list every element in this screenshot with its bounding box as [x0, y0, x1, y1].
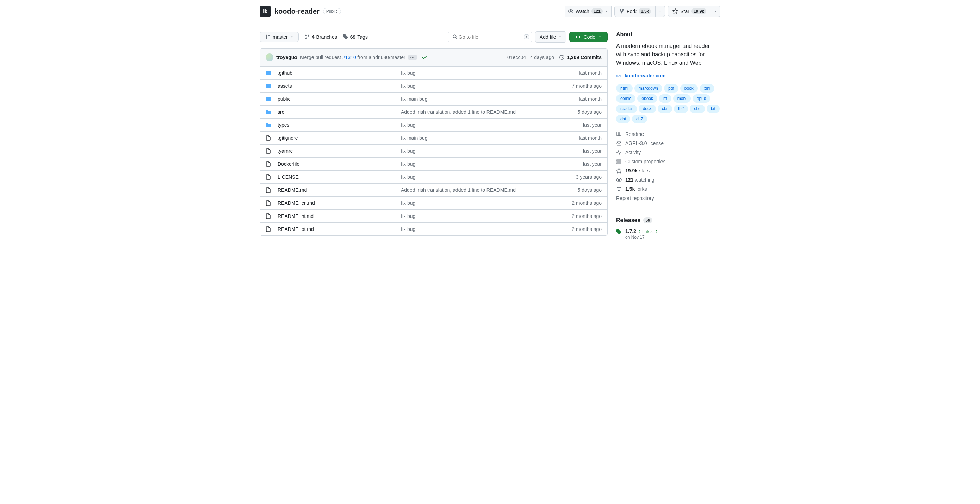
license-link[interactable]: AGPL-3.0 license: [616, 139, 721, 148]
tags-count: 69: [350, 34, 356, 40]
commit-expand-button[interactable]: •••: [408, 55, 417, 60]
repo-actions: Watch 121 Fork 1.5k Star: [565, 6, 721, 17]
file-icon: [266, 174, 273, 180]
activity-link[interactable]: Activity: [616, 148, 721, 157]
fork-label: Fork: [627, 8, 636, 15]
file-commit-msg[interactable]: fix bug: [401, 83, 572, 89]
file-date: 3 years ago: [576, 174, 602, 180]
topic-comic[interactable]: comic: [616, 94, 635, 103]
file-commit-msg[interactable]: fix bug: [401, 161, 583, 167]
topic-ebook[interactable]: ebook: [637, 94, 657, 103]
caret-down-icon: [659, 10, 662, 13]
file-name-link[interactable]: Dockerfile: [278, 161, 299, 167]
file-commit-msg[interactable]: Added Irish translation, added 1 line to…: [401, 187, 578, 193]
file-name-link[interactable]: LICENSE: [278, 174, 299, 180]
latest-release[interactable]: 1.7.2 Latest on Nov 17: [616, 228, 721, 240]
topic-html[interactable]: html: [616, 84, 633, 93]
star-icon: [616, 168, 622, 174]
avatar[interactable]: [266, 54, 274, 61]
forks-label: forks: [636, 186, 647, 192]
fork-button[interactable]: Fork 1.5k: [614, 6, 655, 17]
code-button[interactable]: Code: [569, 32, 608, 42]
star-dropdown[interactable]: [711, 6, 721, 17]
file-commit-msg[interactable]: fix bug: [401, 70, 579, 76]
topic-xml[interactable]: xml: [700, 84, 715, 93]
file-name-link[interactable]: public: [278, 96, 291, 102]
law-icon: [616, 140, 622, 146]
topic-epub[interactable]: epub: [692, 94, 711, 103]
topic-book[interactable]: book: [680, 84, 698, 93]
caret-down-icon: [290, 35, 293, 39]
file-commit-msg[interactable]: fix main bug: [401, 96, 579, 102]
check-icon[interactable]: [422, 55, 427, 60]
go-to-file[interactable]: t: [448, 32, 532, 42]
file-icon: [266, 161, 273, 167]
topic-reader[interactable]: reader: [616, 105, 637, 113]
add-file-button[interactable]: Add file: [535, 31, 566, 43]
custom-props-link[interactable]: Custom properties: [616, 157, 721, 166]
star-button[interactable]: Star 19.9k: [668, 6, 711, 17]
file-name-link[interactable]: types: [278, 122, 289, 128]
file-name-link[interactable]: .gitignore: [278, 135, 298, 141]
file-name-link[interactable]: README_pt.md: [278, 226, 314, 232]
folder-icon: [266, 122, 273, 128]
file-row: .gitignorefix main buglast month: [260, 132, 607, 145]
commit-pr-link[interactable]: #1310: [342, 55, 356, 60]
stars-link[interactable]: 19.9k stars: [616, 166, 721, 175]
file-date: 2 months ago: [572, 226, 602, 232]
topic-mobi[interactable]: mobi: [673, 94, 691, 103]
file-commit-msg[interactable]: fix bug: [401, 213, 572, 219]
file-name-link[interactable]: assets: [278, 83, 292, 89]
file-icon: [266, 135, 273, 141]
file-commit-msg[interactable]: fix bug: [401, 200, 572, 206]
caret-down-icon: [598, 35, 602, 39]
branch-select[interactable]: master: [259, 32, 299, 42]
readme-link[interactable]: Readme: [616, 130, 721, 139]
file-commit-msg[interactable]: fix bug: [401, 122, 583, 128]
file-commit-msg[interactable]: Added Irish translation, added 1 line to…: [401, 109, 578, 115]
topic-markdown[interactable]: markdown: [635, 84, 662, 93]
commit-sha-date[interactable]: 01ecc04 · 4 days ago: [507, 55, 554, 60]
folder-icon: [266, 109, 273, 115]
file-row: .yarnrcfix buglast year: [260, 145, 607, 158]
watch-button[interactable]: Watch 121: [565, 6, 611, 17]
file-name-link[interactable]: src: [278, 109, 284, 115]
file-commit-msg[interactable]: fix bug: [401, 148, 583, 154]
report-link[interactable]: Report repository: [616, 193, 721, 203]
topic-cbz[interactable]: cbz: [690, 105, 705, 113]
commit-author[interactable]: troyeguo: [276, 55, 298, 60]
repo-name[interactable]: koodo-reader: [274, 7, 320, 16]
latest-badge: Latest: [639, 229, 657, 235]
releases-heading[interactable]: Releases: [616, 217, 640, 223]
topic-txt[interactable]: txt: [706, 105, 720, 113]
file-name-link[interactable]: .yarnrc: [278, 148, 293, 154]
topic-cbr[interactable]: cbr: [658, 105, 672, 113]
topic-fb2[interactable]: fb2: [674, 105, 688, 113]
branches-link[interactable]: 4 Branches: [304, 34, 337, 40]
file-commit-msg[interactable]: fix bug: [401, 174, 576, 180]
go-to-file-input[interactable]: [458, 34, 524, 40]
commit-message[interactable]: Merge pull request #1310 from aindriu80/…: [300, 55, 406, 60]
file-commit-msg[interactable]: fix bug: [401, 226, 572, 232]
file-name-link[interactable]: README_cn.md: [278, 200, 315, 206]
file-name-link[interactable]: .github: [278, 70, 293, 76]
file-name-link[interactable]: README_hi.md: [278, 213, 313, 219]
file-icon: [266, 148, 273, 154]
fork-dropdown[interactable]: [655, 6, 665, 17]
file-name-link[interactable]: README.md: [278, 187, 307, 193]
eye-icon: [568, 8, 573, 14]
forks-link[interactable]: 1.5k forks: [616, 184, 721, 193]
watching-link[interactable]: 121 watching: [616, 175, 721, 184]
topic-pdf[interactable]: pdf: [664, 84, 678, 93]
topic-cb7[interactable]: cb7: [632, 115, 647, 123]
topic-docx[interactable]: docx: [639, 105, 656, 113]
file-commit-msg[interactable]: fix main bug: [401, 135, 579, 141]
commits-link[interactable]: 1,209 Commits: [559, 55, 602, 60]
website-link[interactable]: koodoreader.com: [616, 73, 666, 78]
folder-icon: [266, 70, 273, 76]
topic-cbt[interactable]: cbt: [616, 115, 630, 123]
tags-label: Tags: [357, 34, 368, 40]
topic-rtf[interactable]: rtf: [659, 94, 671, 103]
tags-link[interactable]: 69 Tags: [343, 34, 368, 40]
file-listing: troyeguo Merge pull request #1310 from a…: [259, 48, 608, 236]
